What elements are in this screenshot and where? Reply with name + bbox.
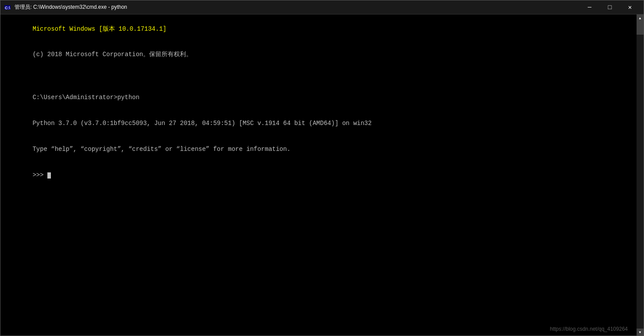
cmd-window: C:\ 管理员: C:\Windows\system32\cmd.exe - p…: [0, 0, 644, 336]
type-help-line: Type “help”, “copyright”, “credits” or “…: [32, 146, 290, 153]
svg-text:C:\: C:\: [5, 6, 10, 10]
scrollbar-track[interactable]: [637, 21, 644, 329]
windows-version-line: Microsoft Windows [版本 10.0.17134.1]: [32, 25, 166, 32]
titlebar: C:\ 管理员: C:\Windows\system32\cmd.exe - p…: [0, 0, 644, 14]
window-controls: ─ □ ✕: [580, 0, 640, 14]
scrollbar: ▲ ▼: [637, 14, 644, 336]
terminal-window[interactable]: Microsoft Windows [版本 10.0.17134.1] (c) …: [0, 14, 637, 336]
prompt-python-line: C:\Users\Administrator>python: [32, 94, 140, 101]
cursor: [47, 172, 51, 179]
watermark: https://blog.csdn.net/qq_4109264: [550, 326, 628, 332]
scroll-down-button[interactable]: ▼: [637, 329, 644, 336]
python-prompt: >>>: [32, 172, 47, 179]
close-button[interactable]: ✕: [620, 0, 640, 14]
window-title: 管理员: C:\Windows\system32\cmd.exe - pytho…: [14, 4, 580, 11]
python-version-line: Python 3.7.0 (v3.7.0:1bf9cc5093, Jun 27 …: [32, 120, 372, 127]
cmd-icon: C:\: [4, 4, 11, 11]
copyright-line: (c) 2018 Microsoft Corporation。保留所有权利。: [32, 51, 192, 58]
maximize-button[interactable]: □: [600, 0, 620, 14]
content-area: Microsoft Windows [版本 10.0.17134.1] (c) …: [0, 14, 644, 336]
terminal-output: Microsoft Windows [版本 10.0.17134.1] (c) …: [3, 16, 634, 188]
scroll-up-button[interactable]: ▲: [637, 14, 644, 21]
minimize-button[interactable]: ─: [580, 0, 600, 14]
scrollbar-thumb[interactable]: [637, 21, 644, 35]
